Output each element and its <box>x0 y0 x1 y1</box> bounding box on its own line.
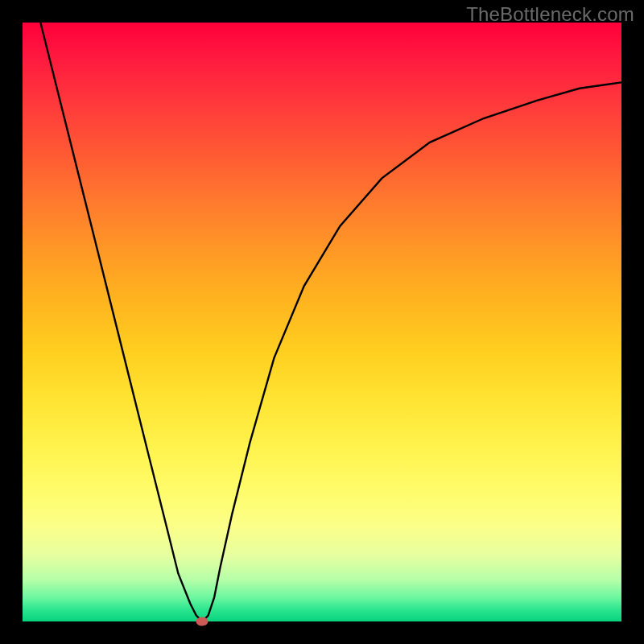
optimum-marker <box>196 617 208 626</box>
chart-frame: TheBottleneck.com <box>0 0 644 644</box>
plot-area <box>23 23 621 621</box>
bottleneck-curve <box>40 23 621 621</box>
curve-svg <box>23 23 621 621</box>
watermark-text: TheBottleneck.com <box>466 3 634 26</box>
